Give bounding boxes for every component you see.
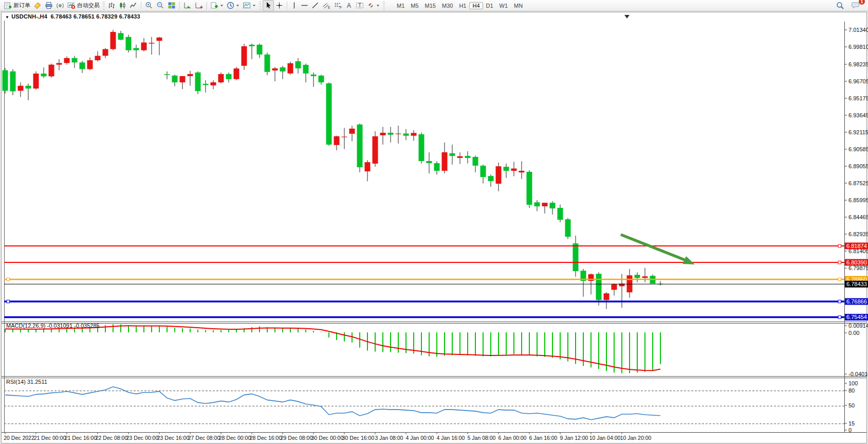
price-tick-label: 6.85995: [848, 197, 868, 203]
chevron-down-icon: [252, 2, 256, 9]
hline-handle[interactable]: [838, 244, 841, 247]
macd-axis-label: -0.040162: [848, 371, 868, 377]
text-label-tool-button[interactable]: T: [354, 1, 365, 11]
periodicity-button[interactable]: [225, 1, 241, 11]
auto-trading-button[interactable]: 自动交易: [66, 1, 101, 11]
candle[interactable]: [234, 67, 239, 80]
fibonacci-icon: F: [334, 2, 343, 9]
price-tick-label: 6.95175: [848, 95, 868, 101]
line-chart-button[interactable]: [128, 1, 139, 11]
search-button[interactable]: [835, 1, 846, 11]
hline-handle[interactable]: [838, 261, 841, 264]
candle[interactable]: [288, 62, 293, 75]
candlestick-chart-button[interactable]: [117, 1, 128, 11]
rsi-axis-label: 100: [848, 380, 858, 386]
horizontal-line-tool-button[interactable]: [299, 1, 310, 11]
price-tick-label: 6.87525: [848, 180, 868, 186]
chart-template-button[interactable]: [241, 1, 257, 11]
auto-scroll-button[interactable]: [182, 1, 193, 11]
candle[interactable]: [357, 123, 363, 172]
line-chart-icon: [130, 2, 137, 9]
candle[interactable]: [110, 30, 116, 50]
candle[interactable]: [373, 131, 378, 167]
candle[interactable]: [3, 68, 8, 94]
chart-shift-button[interactable]: [193, 1, 205, 11]
candle[interactable]: [265, 52, 270, 75]
horizontal-line-icon: [301, 2, 308, 9]
main-chart-canvas[interactable]: 7.013406.998106.982356.967056.951756.936…: [0, 0, 868, 444]
macd-axis-label: 0.00: [848, 330, 859, 336]
bar-chart-button[interactable]: [106, 1, 117, 11]
chart-window-background: [2, 12, 866, 443]
time-tick-label: 6 Jan 16:00: [529, 435, 558, 441]
time-tick-label: 29 Dec 08:00: [281, 435, 313, 441]
candle[interactable]: [33, 72, 39, 90]
yellow-tag-button[interactable]: [32, 1, 43, 11]
arrows-icon: [367, 2, 375, 9]
candle[interactable]: [195, 72, 201, 94]
chevron-down-icon: [236, 2, 239, 9]
printer-icon: [45, 2, 53, 9]
price-tick-label: 6.99810: [848, 44, 868, 50]
cursor-tool-button[interactable]: [263, 0, 274, 11]
rsi-axis-label: 15: [848, 420, 855, 427]
new-order-button[interactable]: 新订单: [3, 1, 32, 11]
timeframe-m5-button[interactable]: M5: [408, 2, 421, 9]
hline-handle[interactable]: [7, 300, 10, 303]
timeframe-h4-button[interactable]: H4: [469, 2, 483, 9]
cursor-icon: [265, 2, 272, 9]
toolbar-grip: [259, 2, 261, 10]
hline-handle[interactable]: [7, 278, 10, 281]
bar-chart-icon: [108, 2, 116, 9]
timeframe-m30-button[interactable]: M30: [439, 2, 456, 9]
candle[interactable]: [49, 64, 54, 78]
printer-button[interactable]: [43, 1, 54, 11]
chat-button[interactable]: 1: [850, 1, 861, 11]
price-tick-label: 6.79875: [848, 265, 868, 271]
time-tick-label: 21 Dec 00:00: [34, 435, 66, 441]
zoom-out-button[interactable]: [155, 1, 166, 11]
zoom-in-button[interactable]: [143, 1, 155, 11]
time-tick-label: 10 Jan 20:00: [620, 435, 652, 441]
candle[interactable]: [10, 69, 16, 95]
arrows-tool-button[interactable]: [365, 1, 381, 11]
text-icon: A: [346, 2, 353, 9]
rsi-axis-label: 80: [848, 387, 855, 394]
text-tool-button[interactable]: A: [344, 1, 354, 11]
trendline-icon: [311, 2, 319, 9]
fibonacci-tool-button[interactable]: F: [333, 1, 344, 11]
hline-handle[interactable]: [838, 278, 841, 281]
candle[interactable]: [419, 132, 424, 163]
equidistant-channel-tool-button[interactable]: E: [321, 1, 333, 11]
hline-handle[interactable]: [838, 300, 841, 303]
candle[interactable]: [326, 82, 332, 146]
price-tick-label: 6.89055: [848, 163, 868, 169]
rsi-axis-label: 0: [848, 427, 852, 433]
time-tick-label: 30 Dec 16:00: [342, 435, 375, 441]
tile-windows-button[interactable]: [166, 1, 177, 11]
price-tick-label: 6.93645: [848, 112, 868, 118]
timeframe-h1-button[interactable]: H1: [456, 2, 469, 9]
timeframe-m15-button[interactable]: M15: [422, 2, 439, 9]
timeframe-d1-button[interactable]: D1: [483, 2, 496, 9]
zoom-in-icon: [145, 2, 153, 9]
vertical-line-tool-button[interactable]: [289, 1, 299, 11]
broadcast-button[interactable]: [54, 1, 66, 11]
candle[interactable]: [218, 73, 224, 84]
trendline-tool-button[interactable]: [310, 1, 321, 11]
price-tick-label: 7.01340: [848, 27, 868, 33]
candle[interactable]: [126, 35, 132, 53]
candle[interactable]: [565, 218, 571, 239]
add-indicator-button[interactable]: [209, 1, 225, 11]
chart-menu-arrow-icon[interactable]: ▼: [5, 15, 9, 20]
hline-handle[interactable]: [838, 316, 841, 319]
chart-title[interactable]: ▼USDCNH-,H4 6.78463 6.78651 6.78329 6.78…: [5, 13, 140, 20]
candle[interactable]: [527, 170, 532, 208]
timeframe-m1-button[interactable]: M1: [394, 2, 408, 9]
timeframe-mn-button[interactable]: MN: [511, 2, 526, 9]
svg-text:E: E: [328, 6, 330, 9]
price-badge-label: 6.76866: [846, 298, 867, 305]
crosshair-tool-button[interactable]: [274, 1, 285, 11]
rsi-indicator-label: RSI(14) 31.2511: [6, 379, 47, 385]
timeframe-w1-button[interactable]: W1: [496, 2, 511, 9]
